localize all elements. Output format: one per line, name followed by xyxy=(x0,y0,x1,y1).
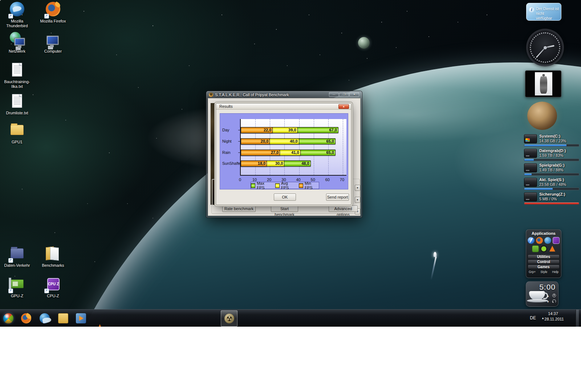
timer-clock-icon[interactable] xyxy=(552,294,556,297)
desktop-icon-benchmarks[interactable]: Benchmarks xyxy=(38,246,68,268)
chart-plot: 67,039,022,065,040,020,065,041,027,048,0… xyxy=(240,119,346,176)
language-indicator[interactable]: DE xyxy=(530,315,536,320)
dialog-close-button[interactable]: x xyxy=(338,104,349,109)
desktop-icon-drumliste[interactable]: Drumliste.txt xyxy=(3,94,32,115)
desktop-icon-firefox[interactable]: Mozilla Firefox xyxy=(38,1,68,24)
desktop-icon-computer[interactable]: Computer xyxy=(38,32,68,54)
clock-gadget[interactable] xyxy=(525,28,565,67)
dock-grp-button[interactable]: Grp+ xyxy=(529,270,536,274)
chart-category-label: Night xyxy=(220,138,238,144)
hdd-icon xyxy=(524,178,537,187)
taskbar-firefox-icon[interactable] xyxy=(21,313,31,323)
advanced-options-button[interactable]: Advanced options xyxy=(329,205,358,212)
rate-benchmark-button[interactable]: Rate benchmark xyxy=(222,205,256,212)
nvidia-icon[interactable] xyxy=(540,245,547,252)
close-button[interactable]: ✕ xyxy=(349,92,359,97)
show-desktop-button[interactable] xyxy=(576,310,579,327)
drive-meter-datengrabd[interactable]: Datengrab(D:)1.59 TB / 83% xyxy=(523,148,581,163)
desktop-icon-gpu-z[interactable]: GPU-Z xyxy=(3,277,32,298)
shortcut-arrow-icon xyxy=(8,289,13,293)
service-notification-bubble[interactable]: i Der Dienst ist nicht verfügbar xyxy=(526,3,561,21)
shortcut-arrow-icon xyxy=(8,258,13,263)
applications-dock-gadget[interactable]: Applications Utilities Control Games Grp… xyxy=(526,229,561,278)
legend-label: Max FPS xyxy=(257,181,272,190)
start-benchmark-button[interactable]: Start benchmark xyxy=(271,205,298,212)
drive-gadget-list: System(C:)14.38 GB / 23%Datengrab(D:)1.5… xyxy=(523,134,581,206)
info-icon: i xyxy=(529,7,534,12)
desktop-icon-thunderbird[interactable]: Mozilla Thunderbird xyxy=(3,1,32,28)
gpu-card-icon xyxy=(9,277,25,293)
combo-dropdown-icon[interactable]: ▼ xyxy=(355,197,360,203)
minimize-button[interactable]: — xyxy=(329,92,339,97)
cpu-z-icon: CPU Z xyxy=(45,277,61,293)
desktop-icon-netzwerk[interactable]: Netzwerk xyxy=(3,32,32,54)
chart-bar-value: 39,0 xyxy=(288,127,296,133)
taskbar: DE ▲ 14:37 28.11.2011 xyxy=(0,309,581,327)
photo-frame-gadget[interactable] xyxy=(525,70,561,97)
radiation-icon xyxy=(209,93,213,97)
chart-bar-min-fps: 20,0 xyxy=(241,138,270,144)
taskbar-thunderbird-icon[interactable] xyxy=(40,313,50,323)
desktop-icon-cpu-z[interactable]: CPU Z CPU-Z xyxy=(38,277,68,298)
hdd-icon xyxy=(524,149,537,158)
daemon-tools-icon[interactable] xyxy=(528,237,535,244)
maximize-button[interactable]: ❐ xyxy=(339,92,349,97)
folder-blue-icon xyxy=(9,246,25,262)
drive-usage-fill xyxy=(524,144,566,146)
text-file-icon xyxy=(9,62,25,78)
dock-help-button[interactable]: Help xyxy=(552,270,558,274)
timer-up-button[interactable]: ▲ xyxy=(547,294,549,298)
timer-down-button[interactable]: ▼ xyxy=(547,300,549,303)
tray-clock-date[interactable]: 28.11.2011 xyxy=(540,317,568,321)
chart-bar-value: 22,0 xyxy=(264,127,271,133)
firefox-icon[interactable] xyxy=(536,237,543,244)
drive-usage-bar xyxy=(524,173,579,176)
combo-dropdown-icon[interactable]: ▼ xyxy=(355,185,360,191)
dock-section-utilities[interactable]: Utilities xyxy=(528,254,560,259)
taskbar-active-stalker-button[interactable] xyxy=(221,310,237,327)
desktop-icon-daten-verkehr[interactable]: Daten-Verkehr xyxy=(3,246,32,268)
benchmark-titlebar[interactable]: S.T.A.L.K.E.R.: Call of Pripyat Benchmar… xyxy=(206,91,362,98)
chart-gridline xyxy=(343,119,343,175)
drive-meter-systemc[interactable]: System(C:)14.38 GB / 23% xyxy=(523,134,581,148)
taskbar-vlc-icon[interactable] xyxy=(95,323,105,327)
drive-meter-sicherungz[interactable]: Sicherung(Z:)5 MB / 0% xyxy=(523,192,581,206)
timer-repeat-icon[interactable] xyxy=(552,299,556,303)
drive-meter-spielgrabg[interactable]: Spielgrab(G:)1.49 TB / 88% xyxy=(523,163,581,177)
chart-bar-value: 20,0 xyxy=(261,139,268,144)
tray-clock-time[interactable]: 14:37 xyxy=(540,311,566,316)
text-file-icon xyxy=(9,94,25,110)
vlc-icon[interactable] xyxy=(549,245,556,252)
stalker-benchmark-icon xyxy=(224,314,234,323)
start-button[interactable] xyxy=(3,313,14,324)
cpu-z-icon[interactable] xyxy=(553,237,560,244)
taskbar-media-player-icon[interactable] xyxy=(76,313,86,323)
drive-meter-aktspiels[interactable]: Akt. Spiel(S:)23.58 GB / 48% xyxy=(523,177,581,192)
results-dialog-titlebar[interactable]: Results xyxy=(216,103,351,110)
legend-swatch-icon xyxy=(251,183,255,188)
fps-chart: DayNightRainSunShafts 67,039,022,065,040… xyxy=(220,113,348,189)
dock-style-button[interactable]: Style xyxy=(540,270,547,274)
wallpaper-small-moon xyxy=(358,37,370,49)
shortcut-arrow-icon xyxy=(8,14,13,19)
drive-usage-bar xyxy=(524,144,579,147)
send-report-button[interactable]: Send report xyxy=(326,193,349,201)
legend-swatch-icon xyxy=(275,183,280,188)
thunderbird-icon xyxy=(9,2,25,18)
taskbar-explorer-icon[interactable] xyxy=(58,313,68,323)
wallpaper-spaceship xyxy=(428,252,454,281)
ok-button[interactable]: OK xyxy=(274,193,296,201)
drive-detail: 23.58 GB / 48% xyxy=(539,182,566,187)
drive-detail: 1.49 TB / 88% xyxy=(539,168,563,172)
thunderbird-icon[interactable] xyxy=(544,237,551,244)
gpu-z-icon[interactable] xyxy=(532,245,539,252)
legend-item: Avg FPS xyxy=(275,181,296,190)
drive-usage-fill xyxy=(524,173,532,175)
coffee-timer-gadget[interactable]: 5:00 ▲ ▼ xyxy=(526,281,558,307)
folder-icon xyxy=(9,123,25,139)
desktop-icon-gpu1[interactable]: GPU1 xyxy=(3,123,32,144)
dock-section-games[interactable]: Games xyxy=(528,265,560,269)
drive-detail: 1.59 TB / 83% xyxy=(539,153,563,158)
dock-section-control[interactable]: Control xyxy=(528,260,560,264)
desktop-icon-bauchtraining[interactable]: Bauchtraining-Ilka.txt xyxy=(3,62,32,89)
